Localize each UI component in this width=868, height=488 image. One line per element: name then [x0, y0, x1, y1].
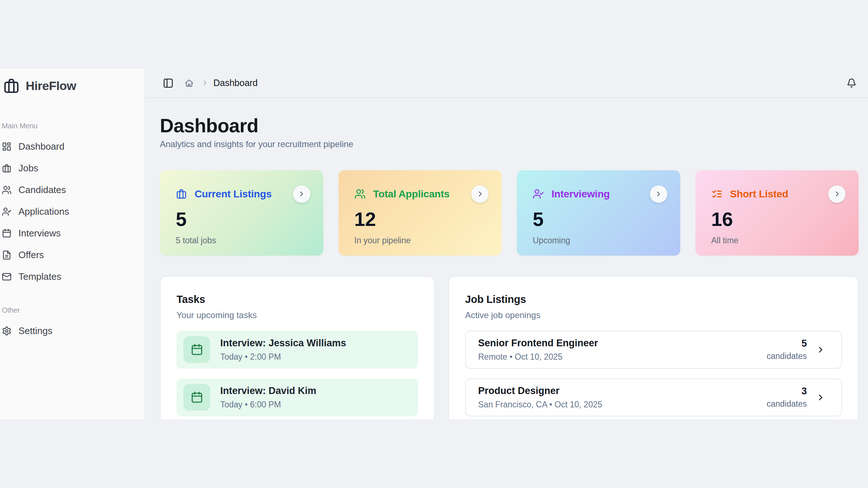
sidebar-item-label: Dashboard — [18, 141, 64, 152]
chevron-right-icon[interactable] — [816, 346, 825, 354]
sidebar-item-jobs[interactable]: Jobs — [0, 157, 145, 179]
sidebar-item-label: Applications — [18, 206, 69, 217]
list-checks-icon — [711, 188, 723, 200]
task-title: Interview: Jessica Williams — [220, 338, 346, 349]
stat-card-interviewing[interactable]: Interviewing 5 Upcoming — [517, 170, 680, 256]
job-count: 3 — [767, 386, 807, 397]
chevron-right-icon — [477, 191, 484, 197]
job-count-block: 5 candidates — [767, 338, 807, 361]
stat-sub: 5 total jobs — [176, 236, 309, 245]
home-icon[interactable] — [184, 78, 194, 88]
topbar: Dashboard — [145, 69, 868, 98]
tasks-panel: Tasks Your upcoming tasks Interview: Jes… — [160, 276, 435, 419]
tasks-subtitle: Your upcoming tasks — [176, 310, 418, 320]
job-text: Senior Frontend Engineer Remote • Oct 10… — [478, 338, 598, 362]
bell-icon[interactable] — [847, 78, 856, 88]
tasks-title: Tasks — [176, 294, 418, 305]
stat-sub: All time — [711, 236, 844, 245]
stat-card-short-listed[interactable]: Short Listed 16 All time — [695, 170, 859, 256]
task-item[interactable]: Interview: Jessica Williams Today • 2:00… — [176, 331, 418, 369]
calendar-icon-tile — [183, 384, 210, 411]
breadcrumb[interactable]: Dashboard — [213, 78, 258, 88]
dashboard-icon — [2, 142, 12, 151]
brand-logo: HireFlow — [0, 69, 145, 94]
sidebar-section-main-menu: Main Menu — [2, 122, 145, 130]
job-row-right: 3 candidates — [767, 386, 825, 409]
job-row[interactable]: Senior Frontend Engineer Remote • Oct 10… — [465, 331, 842, 369]
sidebar-item-offers[interactable]: Offers — [0, 244, 145, 266]
stat-card-total-applicants[interactable]: Total Applicants 12 In your pipeline — [339, 170, 502, 256]
stat-label: Total Applicants — [373, 188, 450, 200]
brand-name: HireFlow — [26, 79, 76, 93]
job-listings-title: Job Listings — [465, 294, 842, 305]
page: HireFlow Main Menu Dashboard Jobs Candid… — [0, 0, 868, 488]
sidebar-item-label: Jobs — [18, 163, 38, 174]
chevron-right-icon[interactable] — [816, 393, 825, 402]
job-listings-subtitle: Active job openings — [465, 310, 842, 320]
sidebar: HireFlow Main Menu Dashboard Jobs Candid… — [0, 69, 145, 419]
sidebar-item-label: Interviews — [18, 228, 61, 239]
sidebar-item-dashboard[interactable]: Dashboard — [0, 136, 145, 157]
calendar-icon-tile — [183, 336, 210, 363]
stat-sub: Upcoming — [533, 236, 666, 245]
job-title: Product Designer — [478, 385, 602, 397]
page-subtitle: Analytics and insights for your recruitm… — [160, 139, 859, 149]
stat-sub: In your pipeline — [354, 236, 488, 245]
mail-icon — [2, 272, 12, 282]
sidebar-item-templates[interactable]: Templates — [0, 266, 145, 287]
task-time: Today • 6:00 PM — [220, 400, 316, 410]
user-check-icon — [2, 207, 12, 217]
job-listings-panel: Job Listings Active job openings Senior … — [448, 276, 859, 419]
sidebar-item-label: Templates — [18, 271, 61, 282]
stat-head: Short Listed — [711, 185, 844, 203]
job-meta: Remote • Oct 10, 2025 — [478, 352, 598, 362]
task-text: Interview: Jessica Williams Today • 2:00… — [220, 338, 346, 362]
sidebar-nav-other: Settings — [0, 320, 145, 342]
file-text-icon — [2, 250, 12, 260]
chevron-right-icon — [202, 80, 208, 86]
chevron-right-icon — [834, 191, 841, 197]
task-item[interactable]: Interview: David Kim Today • 6:00 PM — [176, 378, 418, 416]
stat-card-current-listings[interactable]: Current Listings 5 5 total jobs — [160, 170, 323, 256]
stat-arrow-button[interactable] — [293, 185, 310, 203]
stat-label: Current Listings — [195, 188, 272, 200]
task-text: Interview: David Kim Today • 6:00 PM — [220, 385, 316, 410]
chevron-right-icon — [655, 191, 662, 197]
sidebar-item-label: Settings — [18, 325, 52, 337]
job-count: 5 — [767, 338, 807, 349]
stat-value: 5 — [533, 209, 666, 229]
main-area: Dashboard Dashboard Analytics and insigh… — [145, 69, 868, 419]
stat-label: Short Listed — [730, 188, 788, 200]
page-title: Dashboard — [160, 116, 859, 136]
sidebar-item-interviews[interactable]: Interviews — [0, 222, 145, 244]
sidebar-item-candidates[interactable]: Candidates — [0, 179, 145, 201]
stat-label: Interviewing — [552, 188, 610, 200]
content: Dashboard Analytics and insights for you… — [145, 98, 868, 419]
stat-head: Interviewing — [533, 185, 666, 203]
stat-cards: Current Listings 5 5 total jobs Total Ap… — [160, 170, 859, 256]
task-time: Today • 2:00 PM — [220, 352, 346, 362]
briefcase-icon — [176, 188, 187, 200]
briefcase-icon — [2, 163, 12, 173]
job-list: Senior Frontend Engineer Remote • Oct 10… — [465, 331, 842, 416]
stat-head: Total Applicants — [354, 185, 488, 203]
stat-arrow-button[interactable] — [650, 185, 667, 203]
calendar-icon — [2, 228, 12, 238]
sidebar-item-settings[interactable]: Settings — [0, 320, 145, 342]
users-icon — [354, 188, 366, 200]
job-count-label: candidates — [767, 351, 807, 361]
chevron-right-icon — [298, 191, 305, 197]
stat-head: Current Listings — [176, 185, 309, 203]
stat-value: 16 — [711, 209, 844, 229]
tasks-list: Interview: Jessica Williams Today • 2:00… — [176, 331, 418, 416]
users-icon — [2, 185, 12, 195]
job-title: Senior Frontend Engineer — [478, 338, 598, 349]
sidebar-item-applications[interactable]: Applications — [0, 201, 145, 222]
sidebar-item-label: Offers — [18, 249, 44, 261]
stat-arrow-button[interactable] — [471, 185, 489, 203]
stat-arrow-button[interactable] — [828, 185, 846, 203]
job-row-right: 5 candidates — [767, 338, 825, 361]
user-check-icon — [533, 188, 544, 200]
job-row[interactable]: Product Designer San Francisco, CA • Oct… — [465, 378, 842, 416]
sidebar-toggle-icon[interactable] — [163, 78, 174, 89]
